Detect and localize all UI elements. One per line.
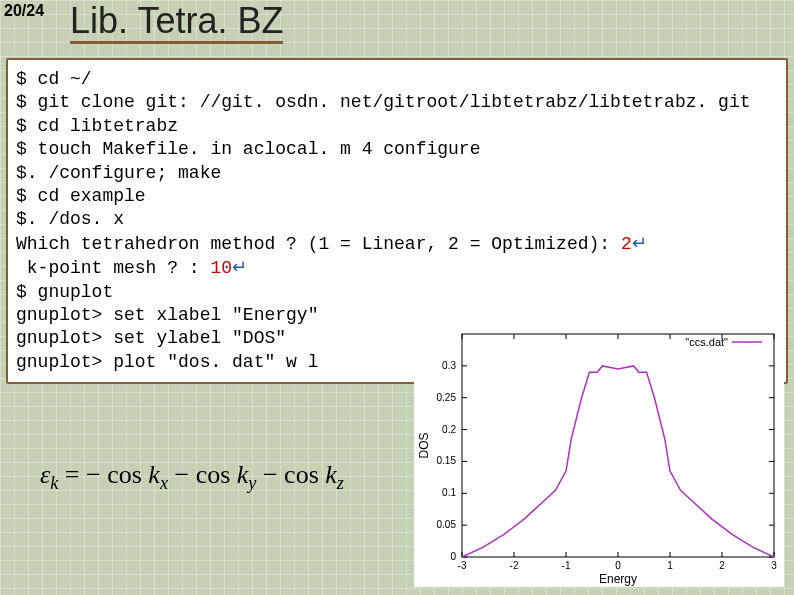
svg-text:Energy: Energy bbox=[599, 572, 637, 586]
return-icon: ↵ bbox=[232, 257, 247, 277]
chart-svg: -3-2-1012300.050.10.150.20.250.3EnergyDO… bbox=[414, 322, 784, 587]
svg-text:-3: -3 bbox=[458, 560, 467, 571]
term-line: $. /dos. x bbox=[16, 209, 124, 229]
formula-lhs-var: ε bbox=[40, 460, 50, 489]
svg-text:3: 3 bbox=[771, 560, 777, 571]
dispersion-formula: εk = − cos kx − cos ky − cos kz bbox=[40, 460, 400, 494]
term-sub: z bbox=[337, 473, 344, 493]
term-line: $ cd example bbox=[16, 186, 146, 206]
svg-text:0.15: 0.15 bbox=[437, 455, 457, 466]
term-func: cos bbox=[284, 460, 319, 489]
term-line: $ touch Makefile. in aclocal. m 4 config… bbox=[16, 139, 480, 159]
term-line: $ cd libtetrabz bbox=[16, 116, 178, 136]
term-prompt: Which tetrahedron method ? (1 = Linear, … bbox=[16, 234, 621, 254]
term-arg: k bbox=[325, 460, 337, 489]
svg-text:-1: -1 bbox=[562, 560, 571, 571]
term-sign: − bbox=[174, 460, 189, 489]
svg-text:0.3: 0.3 bbox=[442, 360, 456, 371]
page-counter: 20/24 bbox=[4, 2, 44, 20]
term-line: $ git clone git: //git. osdn. net/gitroo… bbox=[16, 92, 751, 112]
svg-text:0: 0 bbox=[450, 551, 456, 562]
term-sub: x bbox=[160, 473, 168, 493]
svg-text:2: 2 bbox=[719, 560, 725, 571]
user-input: 2 bbox=[621, 234, 632, 254]
term-prompt: k-point mesh ? : bbox=[16, 258, 210, 278]
svg-text:0.05: 0.05 bbox=[437, 519, 457, 530]
svg-text:1: 1 bbox=[667, 560, 673, 571]
term-sign: − bbox=[263, 460, 278, 489]
term-line: $ gnuplot bbox=[16, 282, 113, 302]
term-line: gnuplot> plot "dos. dat" w l bbox=[16, 352, 318, 372]
term-arg: k bbox=[237, 460, 249, 489]
term-func: cos bbox=[107, 460, 142, 489]
term-line: $. /configure; make bbox=[16, 163, 221, 183]
svg-text:-2: -2 bbox=[510, 560, 519, 571]
return-icon: ↵ bbox=[632, 233, 647, 253]
page-title: Lib. Tetra. BZ bbox=[70, 0, 283, 42]
term-arg: k bbox=[148, 460, 160, 489]
svg-rect-0 bbox=[462, 334, 774, 557]
svg-text:0: 0 bbox=[615, 560, 621, 571]
svg-text:0.25: 0.25 bbox=[437, 392, 457, 403]
formula-eq: = bbox=[58, 460, 86, 489]
term-sign: − bbox=[86, 460, 101, 489]
title-text: Lib. Tetra. BZ bbox=[70, 0, 283, 44]
term-line: gnuplot> set ylabel "DOS" bbox=[16, 328, 286, 348]
svg-text:"ccs.dat": "ccs.dat" bbox=[685, 336, 728, 348]
svg-text:0.2: 0.2 bbox=[442, 424, 456, 435]
term-line: $ cd ~/ bbox=[16, 69, 92, 89]
svg-text:0.1: 0.1 bbox=[442, 487, 456, 498]
svg-text:DOS: DOS bbox=[417, 432, 431, 458]
dos-chart: -3-2-1012300.050.10.150.20.250.3EnergyDO… bbox=[414, 322, 784, 587]
term-sub: y bbox=[248, 473, 256, 493]
term-line: gnuplot> set xlabel "Energy" bbox=[16, 305, 318, 325]
user-input: 10 bbox=[210, 258, 232, 278]
term-func: cos bbox=[196, 460, 231, 489]
